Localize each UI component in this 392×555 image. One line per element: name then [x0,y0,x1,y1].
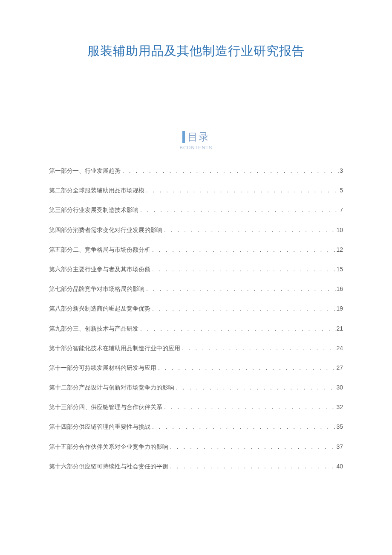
toc-entry[interactable]: 第十四部分供应链管理的重要性与挑战35 [49,423,343,431]
toc-entry[interactable]: 第十六部分供应链可持续性与社会责任的平衡40 [49,463,343,471]
toc-header: 目录 BCONTENTS [49,130,343,150]
toc-leader [150,266,336,273]
toc-entry-text: 第十六部分供应链可持续性与社会责任的平衡 [49,463,168,471]
toc-entry-page: 35 [336,423,343,430]
toc-leader [168,443,336,450]
toc-entry[interactable]: 第二部分全球服装辅助用品市场规模5 [49,187,343,195]
toc-entry[interactable]: 第五部分二、竞争格局与市场份额分析12 [49,246,343,254]
toc-entry[interactable]: 第六部分主要行业参与者及其市场份额15 [49,266,343,273]
toc-entry-text: 第十三部分四、供应链管理与合作伙伴关系 [49,404,162,411]
toc-leader [138,206,340,213]
toc-entry-text: 第七部分品牌竞争对市场格局的影响 [49,285,144,293]
toc-leader [180,345,336,352]
toc-leader [150,423,336,430]
toc-entry-text: 第八部分新兴制造商的崛起及竞争优势 [49,305,150,313]
toc-entry-page: 10 [336,227,343,233]
toc-subtitle: BCONTENTS [49,145,343,150]
toc-entry-page: 27 [336,364,343,371]
document-title: 服装辅助用品及其他制造行业研究报告 [49,43,343,60]
toc-entry[interactable]: 第十三部分四、供应链管理与合作伙伴关系32 [49,404,343,411]
toc-entry[interactable]: 第一部分一、行业发展趋势3 [49,167,343,175]
toc-entry-text: 第九部分三、创新技术与产品研发 [49,325,138,333]
toc-entry-text: 第四部分消费者需求变化对行业发展的影响 [49,227,162,234]
toc-bar-icon [182,131,185,143]
toc-title: 目录 [187,130,210,144]
toc-entry-text: 第十部分智能化技术在辅助用品制造行业中的应用 [49,345,180,352]
toc-entry-text: 第一部分一、行业发展趋势 [49,167,121,175]
toc-entry-text: 第十二部分产品设计与创新对市场竞争力的影响 [49,384,174,392]
toc-entry-text: 第三部分行业发展受制造技术影响 [49,206,138,214]
toc-leader [138,325,336,332]
toc-entry[interactable]: 第四部分消费者需求变化对行业发展的影响10 [49,227,343,234]
toc-entry[interactable]: 第十部分智能化技术在辅助用品制造行业中的应用24 [49,345,343,352]
toc-entry[interactable]: 第七部分品牌竞争对市场格局的影响16 [49,285,343,293]
toc-entry[interactable]: 第十二部分产品设计与创新对市场竞争力的影响30 [49,384,343,392]
toc-entry[interactable]: 第三部分行业发展受制造技术影响7 [49,206,343,214]
toc-entry-text: 第十五部分合作伙伴关系对企业竞争力的影响 [49,443,168,451]
toc-entry-page: 24 [336,345,343,352]
toc-entry-page: 32 [336,404,343,410]
toc-entry[interactable]: 第八部分新兴制造商的崛起及竞争优势19 [49,305,343,313]
toc-entry-text: 第十四部分供应链管理的重要性与挑战 [49,423,150,431]
toc-entry[interactable]: 第九部分三、创新技术与产品研发21 [49,325,343,333]
toc-entry-page: 12 [336,246,343,253]
toc-leader [144,187,340,194]
toc-entry-page: 37 [336,443,343,450]
toc-entry-text: 第二部分全球服装辅助用品市场规模 [49,187,144,195]
toc-entry-page: 19 [336,305,343,312]
toc-leader [174,384,336,391]
toc-leader [144,285,336,292]
toc-leader [156,364,336,371]
toc-entry-text: 第六部分主要行业参与者及其市场份额 [49,266,150,273]
toc-entry-page: 5 [340,187,343,194]
toc-entry-text: 第十一部分可持续发展材料的研发与应用 [49,364,156,372]
toc-entry-page: 15 [336,266,343,273]
toc-entry[interactable]: 第十一部分可持续发展材料的研发与应用27 [49,364,343,372]
toc-entry-page: 40 [336,463,343,470]
toc-entry-page: 16 [336,285,343,292]
toc-entry-text: 第五部分二、竞争格局与市场份额分析 [49,246,150,254]
toc-leader [162,227,336,233]
toc-leader [150,305,336,312]
toc-leader [121,167,340,174]
toc-leader [150,246,336,253]
toc-entry-page: 3 [340,167,343,174]
toc-entry-page: 30 [336,384,343,391]
toc-list: 第一部分一、行业发展趋势3第二部分全球服装辅助用品市场规模5第三部分行业发展受制… [49,167,343,471]
toc-entry-page: 21 [336,325,343,332]
toc-entry[interactable]: 第十五部分合作伙伴关系对企业竞争力的影响37 [49,443,343,451]
toc-entry-page: 7 [340,206,343,213]
toc-leader [168,463,336,470]
toc-leader [162,404,336,410]
